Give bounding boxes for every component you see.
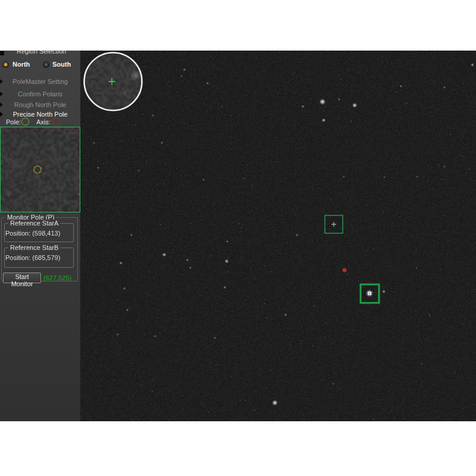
app-content: Region Selection North South PoleMaster … xyxy=(0,51,476,421)
pole-marker-overlay xyxy=(1,127,80,212)
starfield-view xyxy=(80,51,476,421)
pole-zoom-preview[interactable] xyxy=(0,127,80,212)
starfield-canvas[interactable] xyxy=(80,51,476,421)
sidebar: Region Selection North South PoleMaster … xyxy=(0,51,80,421)
south-radio[interactable] xyxy=(43,62,49,67)
reference-star-a-position: Position: (598,413) xyxy=(5,230,60,237)
menu-item-rough-north-pole[interactable]: Rough North Pole xyxy=(0,101,80,109)
start-monitor-button[interactable]: Start Monitor xyxy=(3,273,41,283)
axis-legend-circle-icon xyxy=(52,118,60,126)
reference-star-a-title: Reference StarA xyxy=(8,220,60,227)
north-radio[interactable] xyxy=(3,62,8,67)
pole-legend-circle-icon xyxy=(21,118,29,126)
pole-legend-label: Pole: xyxy=(6,118,21,126)
region-selection-title: Region Selection xyxy=(17,51,66,55)
reference-star-b-title: Reference StarB xyxy=(8,244,60,251)
axis-legend-label: Axis: xyxy=(36,118,51,126)
pole-coordinates-readout: (627,525) xyxy=(43,274,71,281)
menu-item-precise-north-pole[interactable]: Precise North Pole xyxy=(0,110,80,118)
menu-item-polemaster-setting[interactable]: PoleMaster Setting xyxy=(0,77,80,86)
north-radio-label[interactable]: North xyxy=(12,61,30,68)
reference-star-b-position: Position: (685,579) xyxy=(5,254,60,261)
south-radio-label[interactable]: South xyxy=(52,61,71,68)
menu-item-confirm-polaris[interactable]: Confirm Polaris xyxy=(0,90,80,98)
expander-region-icon[interactable] xyxy=(0,51,4,55)
app-window: Region Selection North South PoleMaster … xyxy=(0,0,476,476)
